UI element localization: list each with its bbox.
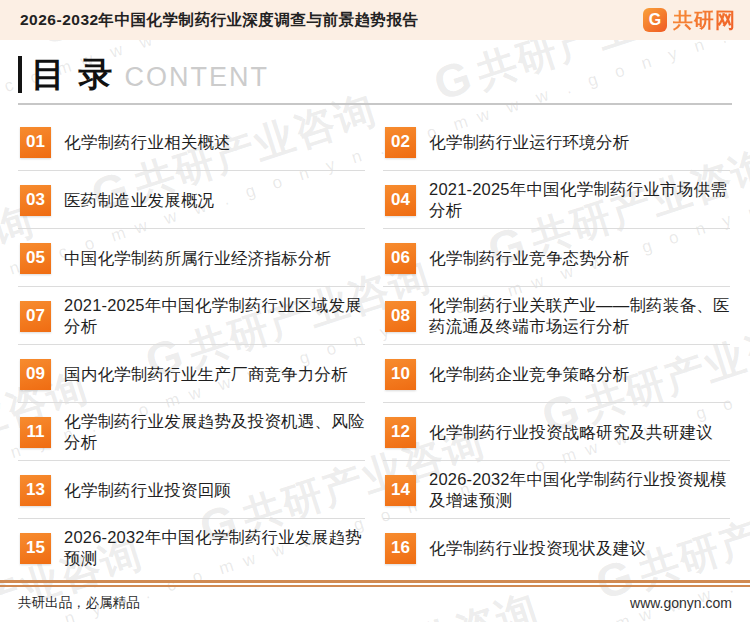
toc-item-label: 2021-2025年中国化学制药行业区域发展分析 [64, 295, 365, 339]
footer-site-url[interactable]: www.gonyn.com [630, 595, 732, 611]
toc-item-01: 01 化学制药行业相关概述 [18, 113, 367, 171]
footer: 共研出品，必属精品 www.gonyn.com [0, 580, 750, 622]
toc-item-label: 化学制药行业相关概述 [64, 132, 231, 154]
toc-item-06: 06 化学制药行业竞争态势分析 [383, 229, 732, 287]
toc-title-row: 目 录 CONTENT [18, 56, 732, 105]
toc-item-label: 化学制药行业投资回顾 [64, 480, 231, 502]
toc-item-10: 10 化学制药企业竞争策略分析 [383, 345, 732, 403]
toc-item-08: 08 化学制药行业关联产业——制药装备、医药流通及终端市场运行分析 [383, 287, 732, 345]
toc-item-number: 12 [385, 417, 416, 448]
logo-text: 共研网 [673, 7, 736, 34]
site-logo[interactable]: G 共研网 [643, 7, 736, 34]
toc-item-number: 16 [385, 533, 416, 564]
toc-item-04: 04 2021-2025年中国化学制药行业市场供需分析 [383, 171, 732, 229]
toc-item-number: 13 [20, 475, 51, 506]
header-bar: 2026-2032年中国化学制药行业深度调查与前景趋势报告 G 共研网 [0, 0, 750, 40]
footer-divider [0, 580, 750, 587]
toc-item-number: 04 [385, 185, 416, 216]
toc-item-number: 07 [20, 301, 51, 332]
toc-item-15: 15 2026-2032年中国化学制药行业发展趋势预测 [18, 519, 367, 577]
toc-item-label: 2026-2032年中国化学制药行业发展趋势预测 [64, 527, 365, 571]
toc-item-16: 16 化学制药行业投资现状及建议 [383, 519, 732, 577]
report-title: 2026-2032年中国化学制药行业深度调查与前景趋势报告 [20, 10, 419, 31]
toc-item-09: 09 国内化学制药行业生产厂商竞争力分析 [18, 345, 367, 403]
footer-row: 共研出品，必属精品 www.gonyn.com [0, 587, 750, 622]
footer-slogan: 共研出品，必属精品 [18, 594, 140, 612]
toc-item-07: 07 2021-2025年中国化学制药行业区域发展分析 [18, 287, 367, 345]
toc-item-13: 13 化学制药行业投资回顾 [18, 461, 367, 519]
toc-item-number: 05 [20, 243, 51, 274]
toc-item-number: 06 [385, 243, 416, 274]
toc-item-label: 化学制药行业竞争态势分析 [429, 248, 629, 270]
toc-item-12: 12 化学制药行业投资战略研究及共研建议 [383, 403, 732, 461]
toc-item-label: 2026-2032年中国化学制药行业投资规模及增速预测 [429, 469, 730, 513]
toc-item-label: 化学制药行业投资现状及建议 [429, 538, 646, 560]
main-content: 目 录 CONTENT 01 化学制药行业相关概述 02 化学制药行业运行环境分… [0, 40, 750, 580]
toc-item-label: 2021-2025年中国化学制药行业市场供需分析 [429, 179, 730, 223]
toc-item-number: 11 [20, 417, 51, 448]
logo-g-icon: G [643, 8, 667, 32]
toc-item-number: 14 [385, 475, 416, 506]
toc-item-number: 09 [20, 359, 51, 390]
toc-title-en: CONTENT [124, 64, 269, 91]
toc-item-number: 15 [20, 533, 51, 564]
toc-item-label: 化学制药行业关联产业——制药装备、医药流通及终端市场运行分析 [429, 295, 730, 339]
toc-item-label: 化学制药企业竞争策略分析 [429, 364, 629, 386]
toc-item-number: 02 [385, 127, 416, 158]
toc-item-02: 02 化学制药行业运行环境分析 [383, 113, 732, 171]
toc-title-cn: 目 录 [31, 56, 114, 93]
toc-item-number: 10 [385, 359, 416, 390]
toc-item-14: 14 2026-2032年中国化学制药行业投资规模及增速预测 [383, 461, 732, 519]
toc-item-label: 医药制造业发展概况 [64, 190, 214, 212]
toc-title: 目 录 CONTENT [18, 56, 269, 93]
toc-item-03: 03 医药制造业发展概况 [18, 171, 367, 229]
toc-item-label: 化学制药行业运行环境分析 [429, 132, 629, 154]
toc-item-label: 国内化学制药行业生产厂商竞争力分析 [64, 364, 348, 386]
toc-grid: 01 化学制药行业相关概述 02 化学制药行业运行环境分析 03 医药制造业发展… [18, 113, 732, 577]
toc-item-number: 08 [385, 301, 416, 332]
toc-item-05: 05 中国化学制药所属行业经济指标分析 [18, 229, 367, 287]
toc-item-11: 11 化学制药行业发展趋势及投资机遇、风险分析 [18, 403, 367, 461]
toc-item-label: 化学制药行业投资战略研究及共研建议 [429, 422, 713, 444]
toc-item-number: 03 [20, 185, 51, 216]
toc-item-number: 01 [20, 127, 51, 158]
toc-item-label: 化学制药行业发展趋势及投资机遇、风险分析 [64, 411, 365, 455]
toc-item-label: 中国化学制药所属行业经济指标分析 [64, 248, 331, 270]
